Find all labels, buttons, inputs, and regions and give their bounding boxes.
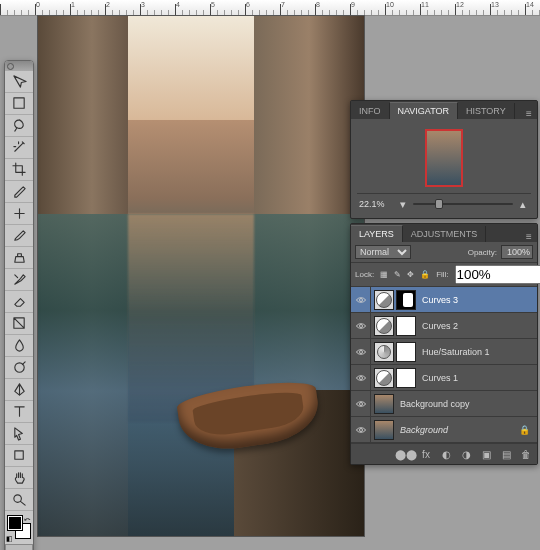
pen-tool[interactable] [5, 379, 33, 401]
layer-mask-thumbnail[interactable] [396, 316, 416, 336]
quick-mask-toggle[interactable] [5, 544, 33, 550]
layer-name-label[interactable]: Curves 3 [419, 295, 533, 305]
zoom-in-icon[interactable]: ▴ [517, 198, 529, 210]
brush-tool[interactable] [5, 225, 33, 247]
new-layer-button[interactable]: ▤ [499, 447, 513, 461]
path-selection-tool[interactable] [5, 423, 33, 445]
layer-row[interactable]: Curves 2 [351, 313, 537, 339]
layer-name-label[interactable]: Curves 1 [419, 373, 533, 383]
panel-menu-icon[interactable]: ≡ [521, 231, 537, 242]
ruler-mark: 5 [211, 1, 215, 8]
layer-name-label[interactable]: Background copy [397, 399, 533, 409]
tab-navigator[interactable]: NAVIGATOR [390, 102, 459, 119]
hand-tool[interactable] [5, 467, 33, 489]
layer-row[interactable]: Background🔒 [351, 417, 537, 443]
document-canvas[interactable] [38, 16, 364, 536]
layer-mask-thumbnail[interactable] [396, 290, 416, 310]
layer-thumbnail[interactable] [374, 420, 394, 440]
navigator-tabs: INFO NAVIGATOR HISTORY ≡ [351, 101, 537, 119]
adjustment-thumbnail[interactable] [374, 316, 394, 336]
move-tool[interactable] [5, 71, 33, 93]
layer-mask-thumbnail[interactable] [396, 342, 416, 362]
foreground-color[interactable] [8, 516, 22, 530]
ruler-mark: 11 [421, 1, 429, 8]
ruler-mark: 7 [281, 1, 285, 8]
adjustment-layer-button[interactable]: ◑ [459, 447, 473, 461]
layer-name-label[interactable]: Hue/Saturation 1 [419, 347, 533, 357]
lock-pixels-icon[interactable]: ✎ [394, 269, 401, 281]
layer-list: Curves 3Curves 2Hue/Saturation 1Curves 1… [351, 287, 537, 443]
tools-panel-header[interactable] [5, 61, 33, 71]
layer-row[interactable]: Background copy [351, 391, 537, 417]
zoom-out-icon[interactable]: ▾ [397, 198, 409, 210]
lock-position-icon[interactable]: ✥ [407, 269, 414, 281]
delete-layer-button[interactable]: 🗑 [519, 447, 533, 461]
layers-footer: ⬤⬤fx◐◑▣▤🗑 [351, 443, 537, 464]
adjustment-thumbnail[interactable] [374, 368, 394, 388]
layer-mask-button[interactable]: ◐ [439, 447, 453, 461]
fill-label: Fill: [436, 270, 448, 279]
history-brush-tool[interactable] [5, 269, 33, 291]
tab-history[interactable]: HISTORY [458, 103, 515, 119]
link-layers-button[interactable]: ⬤⬤ [399, 447, 413, 461]
ruler-mark: 2 [106, 1, 110, 8]
eyedropper-tool[interactable] [5, 181, 33, 203]
crop-tool[interactable] [5, 159, 33, 181]
swap-colors-icon[interactable]: ⤺ [24, 515, 31, 524]
layer-row[interactable]: Hue/Saturation 1 [351, 339, 537, 365]
group-button[interactable]: ▣ [479, 447, 493, 461]
visibility-toggle[interactable] [351, 365, 371, 390]
clone-stamp-tool[interactable] [5, 247, 33, 269]
panel-menu-icon[interactable]: ≡ [521, 108, 537, 119]
visibility-toggle[interactable] [351, 391, 371, 416]
gradient-tool[interactable] [5, 313, 33, 335]
visibility-toggle[interactable] [351, 313, 371, 338]
image-content [38, 16, 364, 536]
lock-transparency-icon[interactable]: ▦ [380, 269, 388, 281]
ruler-mark: 8 [316, 1, 320, 8]
blur-tool[interactable] [5, 335, 33, 357]
zoom-slider[interactable] [413, 198, 513, 210]
layer-name-label[interactable]: Curves 2 [419, 321, 533, 331]
tab-adjustments[interactable]: ADJUSTMENTS [403, 226, 487, 242]
adjustment-thumbnail[interactable] [374, 342, 394, 362]
zoom-value[interactable]: 22.1% [359, 199, 393, 209]
layer-mask-thumbnail[interactable] [396, 368, 416, 388]
ruler-mark: 10 [386, 1, 394, 8]
layers-panel: LAYERS ADJUSTMENTS ≡ Normal Opacity: Loc… [350, 223, 538, 465]
rectangular-marquee-tool[interactable] [5, 93, 33, 115]
lasso-tool[interactable] [5, 115, 33, 137]
layer-thumbnail[interactable] [374, 394, 394, 414]
type-tool[interactable] [5, 401, 33, 423]
visibility-toggle[interactable] [351, 287, 371, 312]
ruler-horizontal: 0123456789101112131415 [0, 0, 540, 16]
eraser-tool[interactable] [5, 291, 33, 313]
ruler-mark: 0 [36, 1, 40, 8]
blend-mode-select[interactable]: Normal [355, 245, 411, 259]
rectangle-tool[interactable] [5, 445, 33, 467]
opacity-input[interactable] [501, 245, 533, 259]
navigator-thumbnail[interactable] [425, 129, 463, 187]
default-colors-icon[interactable]: ◧ [6, 535, 13, 543]
lock-all-icon[interactable]: 🔒 [420, 269, 430, 281]
adjustment-thumbnail[interactable] [374, 290, 394, 310]
fill-input[interactable] [455, 265, 540, 284]
dodge-tool[interactable] [5, 357, 33, 379]
layer-row[interactable]: Curves 1 [351, 365, 537, 391]
visibility-toggle[interactable] [351, 339, 371, 364]
tools-panel: ⤺ ◧ [4, 60, 34, 550]
tab-info[interactable]: INFO [351, 103, 390, 119]
lock-label: Lock: [355, 270, 374, 279]
layer-style-button[interactable]: fx [419, 447, 433, 461]
healing-brush-tool[interactable] [5, 203, 33, 225]
panels-dock: INFO NAVIGATOR HISTORY ≡ 22.1% ▾ ▴ LAYER… [350, 100, 538, 469]
visibility-toggle[interactable] [351, 417, 371, 442]
color-swatches[interactable]: ⤺ ◧ [5, 514, 33, 544]
magic-wand-tool[interactable] [5, 137, 33, 159]
ruler-mark: 1 [71, 1, 75, 8]
layer-row[interactable]: Curves 3 [351, 287, 537, 313]
layers-tabs: LAYERS ADJUSTMENTS ≡ [351, 224, 537, 242]
tab-layers[interactable]: LAYERS [351, 225, 403, 242]
zoom-tool[interactable] [5, 489, 33, 511]
layer-name-label[interactable]: Background [397, 425, 516, 435]
